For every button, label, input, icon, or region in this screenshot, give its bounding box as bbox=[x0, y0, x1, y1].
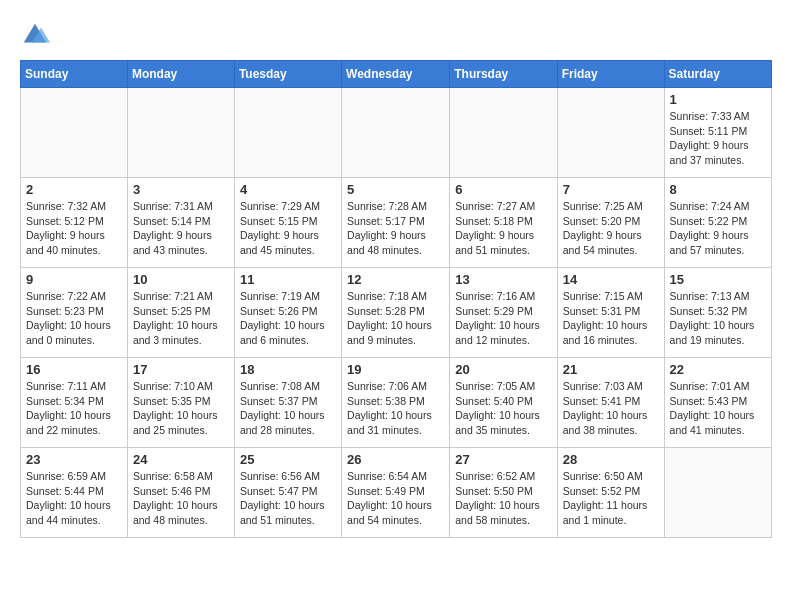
day-number: 5 bbox=[347, 182, 444, 197]
calendar-cell: 2Sunrise: 7:32 AM Sunset: 5:12 PM Daylig… bbox=[21, 178, 128, 268]
day-number: 17 bbox=[133, 362, 229, 377]
day-info: Sunrise: 7:29 AM Sunset: 5:15 PM Dayligh… bbox=[240, 199, 336, 258]
day-info: Sunrise: 7:01 AM Sunset: 5:43 PM Dayligh… bbox=[670, 379, 766, 438]
calendar-cell: 25Sunrise: 6:56 AM Sunset: 5:47 PM Dayli… bbox=[234, 448, 341, 538]
day-number: 16 bbox=[26, 362, 122, 377]
calendar-cell bbox=[127, 88, 234, 178]
day-number: 15 bbox=[670, 272, 766, 287]
calendar-cell: 9Sunrise: 7:22 AM Sunset: 5:23 PM Daylig… bbox=[21, 268, 128, 358]
calendar-cell: 19Sunrise: 7:06 AM Sunset: 5:38 PM Dayli… bbox=[342, 358, 450, 448]
calendar-header-row: SundayMondayTuesdayWednesdayThursdayFrid… bbox=[21, 61, 772, 88]
day-number: 22 bbox=[670, 362, 766, 377]
calendar-week-row: 1Sunrise: 7:33 AM Sunset: 5:11 PM Daylig… bbox=[21, 88, 772, 178]
calendar-cell bbox=[557, 88, 664, 178]
day-info: Sunrise: 7:05 AM Sunset: 5:40 PM Dayligh… bbox=[455, 379, 551, 438]
calendar-week-row: 2Sunrise: 7:32 AM Sunset: 5:12 PM Daylig… bbox=[21, 178, 772, 268]
calendar-cell: 16Sunrise: 7:11 AM Sunset: 5:34 PM Dayli… bbox=[21, 358, 128, 448]
day-header-wednesday: Wednesday bbox=[342, 61, 450, 88]
day-number: 3 bbox=[133, 182, 229, 197]
day-info: Sunrise: 7:15 AM Sunset: 5:31 PM Dayligh… bbox=[563, 289, 659, 348]
day-number: 25 bbox=[240, 452, 336, 467]
calendar-cell: 21Sunrise: 7:03 AM Sunset: 5:41 PM Dayli… bbox=[557, 358, 664, 448]
day-number: 28 bbox=[563, 452, 659, 467]
calendar-cell: 20Sunrise: 7:05 AM Sunset: 5:40 PM Dayli… bbox=[450, 358, 557, 448]
calendar-cell: 28Sunrise: 6:50 AM Sunset: 5:52 PM Dayli… bbox=[557, 448, 664, 538]
calendar-cell: 23Sunrise: 6:59 AM Sunset: 5:44 PM Dayli… bbox=[21, 448, 128, 538]
calendar-cell: 22Sunrise: 7:01 AM Sunset: 5:43 PM Dayli… bbox=[664, 358, 771, 448]
day-number: 21 bbox=[563, 362, 659, 377]
calendar-cell: 11Sunrise: 7:19 AM Sunset: 5:26 PM Dayli… bbox=[234, 268, 341, 358]
calendar-cell: 15Sunrise: 7:13 AM Sunset: 5:32 PM Dayli… bbox=[664, 268, 771, 358]
day-number: 1 bbox=[670, 92, 766, 107]
day-info: Sunrise: 7:32 AM Sunset: 5:12 PM Dayligh… bbox=[26, 199, 122, 258]
day-info: Sunrise: 6:59 AM Sunset: 5:44 PM Dayligh… bbox=[26, 469, 122, 528]
day-info: Sunrise: 7:27 AM Sunset: 5:18 PM Dayligh… bbox=[455, 199, 551, 258]
calendar-cell: 8Sunrise: 7:24 AM Sunset: 5:22 PM Daylig… bbox=[664, 178, 771, 268]
calendar-cell bbox=[21, 88, 128, 178]
calendar-cell: 4Sunrise: 7:29 AM Sunset: 5:15 PM Daylig… bbox=[234, 178, 341, 268]
day-number: 11 bbox=[240, 272, 336, 287]
day-header-monday: Monday bbox=[127, 61, 234, 88]
day-info: Sunrise: 7:25 AM Sunset: 5:20 PM Dayligh… bbox=[563, 199, 659, 258]
day-info: Sunrise: 7:16 AM Sunset: 5:29 PM Dayligh… bbox=[455, 289, 551, 348]
page-header bbox=[20, 20, 772, 50]
day-number: 2 bbox=[26, 182, 122, 197]
day-header-sunday: Sunday bbox=[21, 61, 128, 88]
calendar-cell bbox=[234, 88, 341, 178]
calendar-week-row: 23Sunrise: 6:59 AM Sunset: 5:44 PM Dayli… bbox=[21, 448, 772, 538]
day-info: Sunrise: 7:21 AM Sunset: 5:25 PM Dayligh… bbox=[133, 289, 229, 348]
calendar-cell bbox=[664, 448, 771, 538]
day-header-tuesday: Tuesday bbox=[234, 61, 341, 88]
calendar-cell: 12Sunrise: 7:18 AM Sunset: 5:28 PM Dayli… bbox=[342, 268, 450, 358]
day-number: 24 bbox=[133, 452, 229, 467]
calendar-cell: 17Sunrise: 7:10 AM Sunset: 5:35 PM Dayli… bbox=[127, 358, 234, 448]
calendar-cell: 1Sunrise: 7:33 AM Sunset: 5:11 PM Daylig… bbox=[664, 88, 771, 178]
day-number: 18 bbox=[240, 362, 336, 377]
day-number: 13 bbox=[455, 272, 551, 287]
day-info: Sunrise: 7:10 AM Sunset: 5:35 PM Dayligh… bbox=[133, 379, 229, 438]
day-info: Sunrise: 7:24 AM Sunset: 5:22 PM Dayligh… bbox=[670, 199, 766, 258]
calendar-cell: 6Sunrise: 7:27 AM Sunset: 5:18 PM Daylig… bbox=[450, 178, 557, 268]
logo-icon bbox=[20, 20, 50, 50]
day-info: Sunrise: 6:56 AM Sunset: 5:47 PM Dayligh… bbox=[240, 469, 336, 528]
day-number: 8 bbox=[670, 182, 766, 197]
day-info: Sunrise: 7:31 AM Sunset: 5:14 PM Dayligh… bbox=[133, 199, 229, 258]
day-info: Sunrise: 7:19 AM Sunset: 5:26 PM Dayligh… bbox=[240, 289, 336, 348]
day-number: 6 bbox=[455, 182, 551, 197]
day-info: Sunrise: 6:58 AM Sunset: 5:46 PM Dayligh… bbox=[133, 469, 229, 528]
day-info: Sunrise: 7:11 AM Sunset: 5:34 PM Dayligh… bbox=[26, 379, 122, 438]
calendar-cell bbox=[450, 88, 557, 178]
logo bbox=[20, 20, 54, 50]
day-info: Sunrise: 7:06 AM Sunset: 5:38 PM Dayligh… bbox=[347, 379, 444, 438]
day-number: 26 bbox=[347, 452, 444, 467]
day-info: Sunrise: 7:08 AM Sunset: 5:37 PM Dayligh… bbox=[240, 379, 336, 438]
day-info: Sunrise: 7:03 AM Sunset: 5:41 PM Dayligh… bbox=[563, 379, 659, 438]
day-number: 4 bbox=[240, 182, 336, 197]
day-info: Sunrise: 7:22 AM Sunset: 5:23 PM Dayligh… bbox=[26, 289, 122, 348]
day-info: Sunrise: 7:13 AM Sunset: 5:32 PM Dayligh… bbox=[670, 289, 766, 348]
calendar-cell: 3Sunrise: 7:31 AM Sunset: 5:14 PM Daylig… bbox=[127, 178, 234, 268]
day-number: 19 bbox=[347, 362, 444, 377]
day-info: Sunrise: 6:50 AM Sunset: 5:52 PM Dayligh… bbox=[563, 469, 659, 528]
calendar-cell: 27Sunrise: 6:52 AM Sunset: 5:50 PM Dayli… bbox=[450, 448, 557, 538]
day-info: Sunrise: 6:54 AM Sunset: 5:49 PM Dayligh… bbox=[347, 469, 444, 528]
calendar-cell: 7Sunrise: 7:25 AM Sunset: 5:20 PM Daylig… bbox=[557, 178, 664, 268]
day-header-saturday: Saturday bbox=[664, 61, 771, 88]
calendar-cell: 10Sunrise: 7:21 AM Sunset: 5:25 PM Dayli… bbox=[127, 268, 234, 358]
day-number: 14 bbox=[563, 272, 659, 287]
day-info: Sunrise: 6:52 AM Sunset: 5:50 PM Dayligh… bbox=[455, 469, 551, 528]
calendar-cell: 14Sunrise: 7:15 AM Sunset: 5:31 PM Dayli… bbox=[557, 268, 664, 358]
calendar-table: SundayMondayTuesdayWednesdayThursdayFrid… bbox=[20, 60, 772, 538]
day-number: 10 bbox=[133, 272, 229, 287]
day-info: Sunrise: 7:18 AM Sunset: 5:28 PM Dayligh… bbox=[347, 289, 444, 348]
calendar-week-row: 9Sunrise: 7:22 AM Sunset: 5:23 PM Daylig… bbox=[21, 268, 772, 358]
day-number: 12 bbox=[347, 272, 444, 287]
calendar-cell: 13Sunrise: 7:16 AM Sunset: 5:29 PM Dayli… bbox=[450, 268, 557, 358]
calendar-cell: 5Sunrise: 7:28 AM Sunset: 5:17 PM Daylig… bbox=[342, 178, 450, 268]
day-number: 23 bbox=[26, 452, 122, 467]
day-header-friday: Friday bbox=[557, 61, 664, 88]
calendar-cell: 18Sunrise: 7:08 AM Sunset: 5:37 PM Dayli… bbox=[234, 358, 341, 448]
day-number: 20 bbox=[455, 362, 551, 377]
calendar-cell: 24Sunrise: 6:58 AM Sunset: 5:46 PM Dayli… bbox=[127, 448, 234, 538]
day-number: 27 bbox=[455, 452, 551, 467]
